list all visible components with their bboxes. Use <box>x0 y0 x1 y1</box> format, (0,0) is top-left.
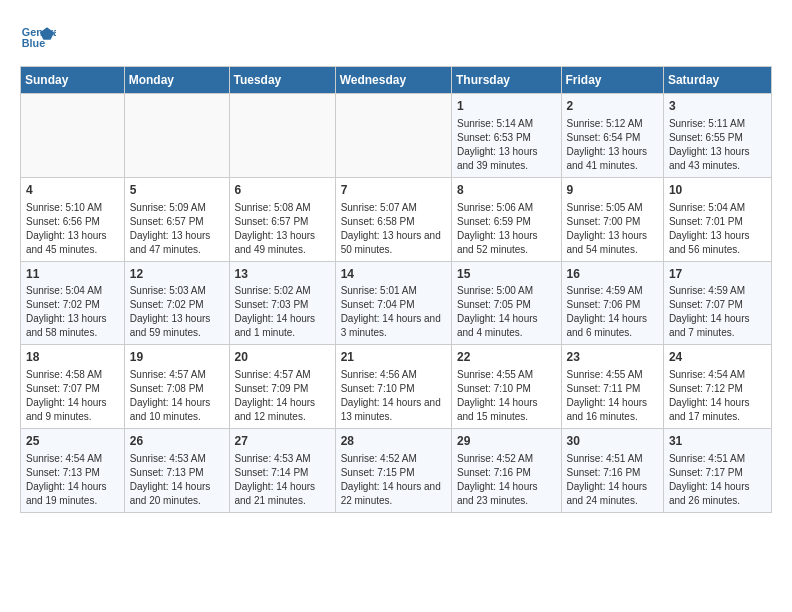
day-number: 18 <box>26 349 119 366</box>
day-number: 30 <box>567 433 658 450</box>
calendar-cell: 18Sunrise: 4:58 AMSunset: 7:07 PMDayligh… <box>21 345 125 429</box>
day-info: Sunrise: 4:53 AM <box>235 452 330 466</box>
day-number: 4 <box>26 182 119 199</box>
day-info: Sunrise: 5:14 AM <box>457 117 556 131</box>
day-info: Sunset: 6:58 PM <box>341 215 446 229</box>
day-info: Daylight: 14 hours and 17 minutes. <box>669 396 766 424</box>
calendar-cell: 6Sunrise: 5:08 AMSunset: 6:57 PMDaylight… <box>229 177 335 261</box>
day-number: 31 <box>669 433 766 450</box>
day-info: Sunrise: 4:52 AM <box>457 452 556 466</box>
day-info: Sunset: 6:53 PM <box>457 131 556 145</box>
day-info: Sunset: 7:15 PM <box>341 466 446 480</box>
day-number: 2 <box>567 98 658 115</box>
day-number: 7 <box>341 182 446 199</box>
day-info: Sunrise: 4:54 AM <box>26 452 119 466</box>
day-info: Sunrise: 5:04 AM <box>669 201 766 215</box>
day-number: 19 <box>130 349 224 366</box>
day-number: 22 <box>457 349 556 366</box>
day-number: 16 <box>567 266 658 283</box>
day-info: Daylight: 14 hours and 7 minutes. <box>669 312 766 340</box>
calendar-cell: 29Sunrise: 4:52 AMSunset: 7:16 PMDayligh… <box>451 429 561 513</box>
day-info: Sunset: 6:59 PM <box>457 215 556 229</box>
day-info: Daylight: 14 hours and 13 minutes. <box>341 396 446 424</box>
day-info: Sunrise: 4:51 AM <box>669 452 766 466</box>
calendar-cell: 23Sunrise: 4:55 AMSunset: 7:11 PMDayligh… <box>561 345 663 429</box>
day-info: Sunset: 7:11 PM <box>567 382 658 396</box>
day-info: Sunrise: 5:10 AM <box>26 201 119 215</box>
day-info: Sunrise: 4:59 AM <box>669 284 766 298</box>
day-info: Sunrise: 4:57 AM <box>235 368 330 382</box>
day-info: Sunrise: 4:54 AM <box>669 368 766 382</box>
calendar-cell: 25Sunrise: 4:54 AMSunset: 7:13 PMDayligh… <box>21 429 125 513</box>
day-info: Sunrise: 5:04 AM <box>26 284 119 298</box>
day-number: 9 <box>567 182 658 199</box>
day-info: Sunrise: 4:59 AM <box>567 284 658 298</box>
day-info: Sunset: 7:05 PM <box>457 298 556 312</box>
day-number: 17 <box>669 266 766 283</box>
day-info: Sunset: 7:10 PM <box>457 382 556 396</box>
day-info: Daylight: 13 hours and 45 minutes. <box>26 229 119 257</box>
day-info: Sunset: 6:55 PM <box>669 131 766 145</box>
day-number: 25 <box>26 433 119 450</box>
day-number: 3 <box>669 98 766 115</box>
day-number: 1 <box>457 98 556 115</box>
day-info: Sunrise: 5:00 AM <box>457 284 556 298</box>
day-info: Sunset: 7:16 PM <box>567 466 658 480</box>
day-number: 26 <box>130 433 224 450</box>
calendar-cell: 4Sunrise: 5:10 AMSunset: 6:56 PMDaylight… <box>21 177 125 261</box>
day-info: Daylight: 13 hours and 52 minutes. <box>457 229 556 257</box>
day-info: Daylight: 13 hours and 50 minutes. <box>341 229 446 257</box>
day-info: Daylight: 13 hours and 39 minutes. <box>457 145 556 173</box>
day-info: Sunrise: 5:11 AM <box>669 117 766 131</box>
calendar-cell <box>124 94 229 178</box>
day-info: Daylight: 14 hours and 21 minutes. <box>235 480 330 508</box>
day-info: Sunset: 7:06 PM <box>567 298 658 312</box>
calendar-cell: 21Sunrise: 4:56 AMSunset: 7:10 PMDayligh… <box>335 345 451 429</box>
day-info: Daylight: 14 hours and 9 minutes. <box>26 396 119 424</box>
calendar-table: SundayMondayTuesdayWednesdayThursdayFrid… <box>20 66 772 513</box>
day-info: Sunset: 7:09 PM <box>235 382 330 396</box>
calendar-cell: 12Sunrise: 5:03 AMSunset: 7:02 PMDayligh… <box>124 261 229 345</box>
day-info: Sunrise: 5:05 AM <box>567 201 658 215</box>
day-info: Sunset: 7:08 PM <box>130 382 224 396</box>
day-info: Sunset: 7:04 PM <box>341 298 446 312</box>
day-info: Sunrise: 5:08 AM <box>235 201 330 215</box>
day-number: 28 <box>341 433 446 450</box>
day-info: Daylight: 14 hours and 23 minutes. <box>457 480 556 508</box>
calendar-cell: 8Sunrise: 5:06 AMSunset: 6:59 PMDaylight… <box>451 177 561 261</box>
calendar-cell: 5Sunrise: 5:09 AMSunset: 6:57 PMDaylight… <box>124 177 229 261</box>
day-info: Sunset: 7:13 PM <box>130 466 224 480</box>
weekday-header: Saturday <box>663 67 771 94</box>
day-info: Sunset: 7:12 PM <box>669 382 766 396</box>
day-number: 14 <box>341 266 446 283</box>
calendar-cell: 31Sunrise: 4:51 AMSunset: 7:17 PMDayligh… <box>663 429 771 513</box>
day-info: Sunset: 7:01 PM <box>669 215 766 229</box>
calendar-cell: 1Sunrise: 5:14 AMSunset: 6:53 PMDaylight… <box>451 94 561 178</box>
day-info: Sunrise: 5:09 AM <box>130 201 224 215</box>
calendar-cell: 3Sunrise: 5:11 AMSunset: 6:55 PMDaylight… <box>663 94 771 178</box>
day-number: 5 <box>130 182 224 199</box>
day-info: Daylight: 13 hours and 58 minutes. <box>26 312 119 340</box>
calendar-cell: 20Sunrise: 4:57 AMSunset: 7:09 PMDayligh… <box>229 345 335 429</box>
calendar-cell: 19Sunrise: 4:57 AMSunset: 7:08 PMDayligh… <box>124 345 229 429</box>
day-info: Daylight: 14 hours and 19 minutes. <box>26 480 119 508</box>
calendar-cell: 10Sunrise: 5:04 AMSunset: 7:01 PMDayligh… <box>663 177 771 261</box>
day-number: 12 <box>130 266 224 283</box>
day-number: 21 <box>341 349 446 366</box>
day-number: 23 <box>567 349 658 366</box>
calendar-cell: 7Sunrise: 5:07 AMSunset: 6:58 PMDaylight… <box>335 177 451 261</box>
calendar-cell: 14Sunrise: 5:01 AMSunset: 7:04 PMDayligh… <box>335 261 451 345</box>
day-info: Daylight: 14 hours and 22 minutes. <box>341 480 446 508</box>
day-number: 10 <box>669 182 766 199</box>
day-info: Sunset: 7:02 PM <box>130 298 224 312</box>
day-info: Daylight: 13 hours and 56 minutes. <box>669 229 766 257</box>
day-info: Daylight: 14 hours and 26 minutes. <box>669 480 766 508</box>
calendar-cell: 24Sunrise: 4:54 AMSunset: 7:12 PMDayligh… <box>663 345 771 429</box>
day-info: Sunrise: 4:55 AM <box>567 368 658 382</box>
day-info: Sunset: 7:13 PM <box>26 466 119 480</box>
day-info: Sunset: 7:00 PM <box>567 215 658 229</box>
day-info: Daylight: 14 hours and 4 minutes. <box>457 312 556 340</box>
day-info: Daylight: 14 hours and 24 minutes. <box>567 480 658 508</box>
logo-icon: General Blue <box>20 20 56 56</box>
day-info: Sunrise: 5:03 AM <box>130 284 224 298</box>
